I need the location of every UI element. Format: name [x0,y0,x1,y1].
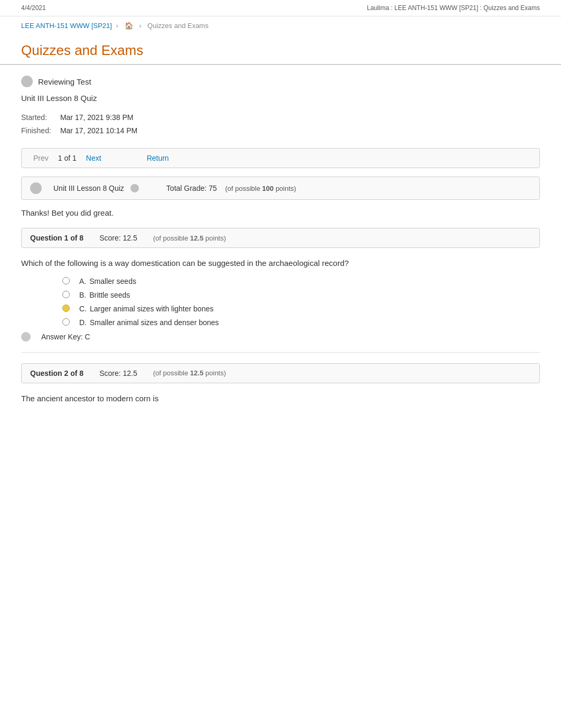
option-a-row: A. Smaller seeds [53,277,540,285]
breadcrumb-current: Quizzes and Exams [147,22,209,30]
breadcrumb: LEE ANTH-151 WWW [SP21] › 🏠 › Quizzes an… [0,16,561,33]
option-d-row: D. Smaller animal sizes and denser bones [53,318,540,327]
grade-possible-label: (of possible 100 points) [223,185,296,192]
question-1-possible: (of possible 12.5 points) [153,234,226,242]
main-content: Reviewing Test Unit III Lesson 8 Quiz St… [0,76,561,433]
page-title: Quizzes and Exams [0,33,561,65]
started-value: Mar 17, 2021 9:38 PM [60,113,134,122]
grade-points-value: 100 [262,185,274,192]
answer-key-icon [21,332,31,342]
page-info: 1 of 1 [58,154,77,162]
total-grade-label: Total Grade: 75 [166,184,217,192]
grade-quiz-name: Unit III Lesson 8 Quiz [53,184,124,192]
option-c-row: C. Larger animal sizes with lighter bone… [53,305,540,313]
prev-button[interactable]: Prev [30,153,52,163]
breadcrumb-course[interactable]: LEE ANTH-151 WWW [SP21] [21,22,112,30]
option-c-text: Larger animal sizes with lighter bones [90,305,213,313]
nav-bar: Prev 1 of 1 Next Return [21,148,540,168]
date-label: 4/4/2021 [21,4,46,12]
option-a-radio-area [53,277,79,284]
question-2-text: The ancient ancestor to modern corn is [21,393,540,405]
top-bar: 4/4/2021 Laulima : LEE ANTH-151 WWW [SP2… [0,0,561,16]
question-1-options: A. Smaller seeds B. Brittle seeds C. Lar… [53,277,540,327]
breadcrumb-full: Laulima : LEE ANTH-151 WWW [SP21] : Quiz… [367,4,540,12]
breadcrumb-sep3: › [139,22,143,30]
option-a-radio[interactable] [62,277,70,284]
question-1-label: Question 1 of 8 [30,234,83,242]
divider-1 [21,352,540,353]
return-button[interactable]: Return [147,154,169,162]
quiz-name: Unit III Lesson 8 Quiz [21,94,540,103]
grade-bar: Unit III Lesson 8 Quiz Total Grade: 75 (… [21,177,540,200]
option-a-text: Smaller seeds [89,277,136,285]
status-icon [21,76,33,87]
quiz-status-label: Reviewing Test [38,77,91,86]
answer-key-text: Answer Key: C [41,333,90,341]
question-2-block: Question 2 of 8 Score: 12.5 (of possible… [21,363,540,383]
question-2-score: Score: 12.5 [99,369,137,377]
option-c-letter: C. [79,305,87,313]
option-d-radio[interactable] [62,318,70,326]
option-b-row: B. Brittle seeds [53,291,540,299]
question-1-block: Question 1 of 8 Score: 12.5 (of possible… [21,228,540,248]
started-row: Started: Mar 17, 2021 9:38 PM [21,111,540,124]
next-button[interactable]: Next [83,153,105,163]
started-label: Started: [21,111,58,124]
dates-block: Started: Mar 17, 2021 9:38 PM Finished: … [21,111,540,137]
breadcrumb-sep1: › [116,22,120,30]
grade-icon [30,182,42,194]
finished-value: Mar 17, 2021 10:14 PM [60,126,137,135]
question-1-header: Question 1 of 8 Score: 12.5 (of possible… [30,234,531,242]
breadcrumb-sep2: 🏠 [125,22,133,30]
option-b-text: Brittle seeds [89,291,130,299]
option-c-radio-area [53,305,79,312]
option-b-radio[interactable] [62,291,70,298]
grade-separator-icon [130,184,139,192]
question-2-possible: (of possible 12.5 points) [153,369,226,377]
option-d-radio-area [53,318,79,326]
option-d-letter: D. [79,318,87,327]
question-2-label: Question 2 of 8 [30,369,83,377]
answer-key-block: Answer Key: C [21,332,540,342]
question-2-header: Question 2 of 8 Score: 12.5 (of possible… [30,369,531,377]
option-b-radio-area [53,291,79,298]
option-c-radio-selected[interactable] [62,305,70,312]
question-1-score: Score: 12.5 [99,234,137,242]
thanks-message: Thanks! Bet you did great. [21,208,540,217]
finished-row: Finished: Mar 17, 2021 10:14 PM [21,124,540,137]
option-a-letter: A. [79,277,86,285]
option-d-text: Smaller animal sizes and denser bones [90,318,219,327]
finished-label: Finished: [21,124,58,137]
option-b-letter: B. [79,291,86,299]
question-1-text: Which of the following is a way domestic… [21,257,540,270]
grade-points-label: points) [276,185,296,192]
quiz-status-row: Reviewing Test [21,76,540,87]
